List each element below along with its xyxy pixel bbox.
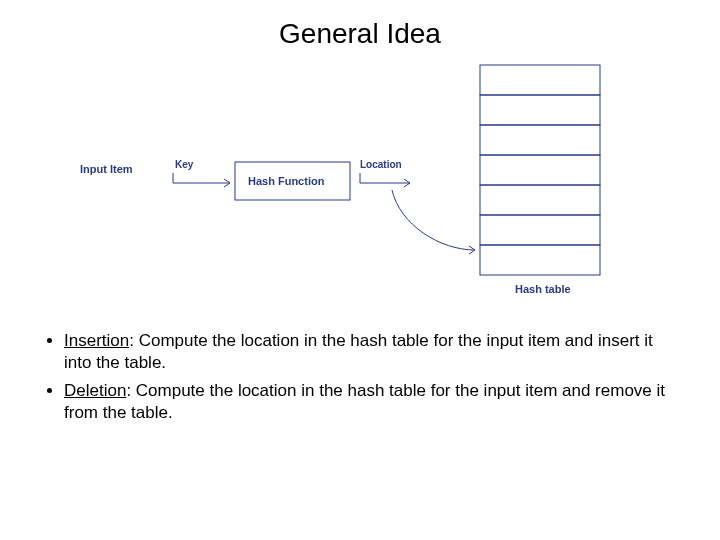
slide: General Idea Input Item Key Hash Functio… xyxy=(0,0,720,540)
bullet-list: Insertion: Compute the location in the h… xyxy=(36,330,676,430)
bullet-insertion-label: Insertion xyxy=(64,331,129,350)
svg-rect-6 xyxy=(480,245,600,275)
bullet-deletion: Deletion: Compute the location in the ha… xyxy=(64,380,676,424)
hash-table xyxy=(480,65,600,275)
hash-diagram: Input Item Key Hash Function Location xyxy=(60,55,620,315)
svg-rect-0 xyxy=(480,65,600,95)
label-location: Location xyxy=(360,159,402,170)
svg-rect-4 xyxy=(480,185,600,215)
svg-rect-3 xyxy=(480,155,600,185)
bullet-deletion-text: : Compute the location in the hash table… xyxy=(64,381,665,422)
bullet-deletion-label: Deletion xyxy=(64,381,126,400)
svg-rect-5 xyxy=(480,215,600,245)
page-title: General Idea xyxy=(0,18,720,50)
label-hash-table: Hash table xyxy=(515,283,571,295)
label-hash-function: Hash Function xyxy=(248,175,325,187)
label-input-item: Input Item xyxy=(80,163,133,175)
bullet-insertion: Insertion: Compute the location in the h… xyxy=(64,330,676,374)
label-key: Key xyxy=(175,159,194,170)
svg-rect-1 xyxy=(480,95,600,125)
bullet-insertion-text: : Compute the location in the hash table… xyxy=(64,331,653,372)
svg-rect-2 xyxy=(480,125,600,155)
